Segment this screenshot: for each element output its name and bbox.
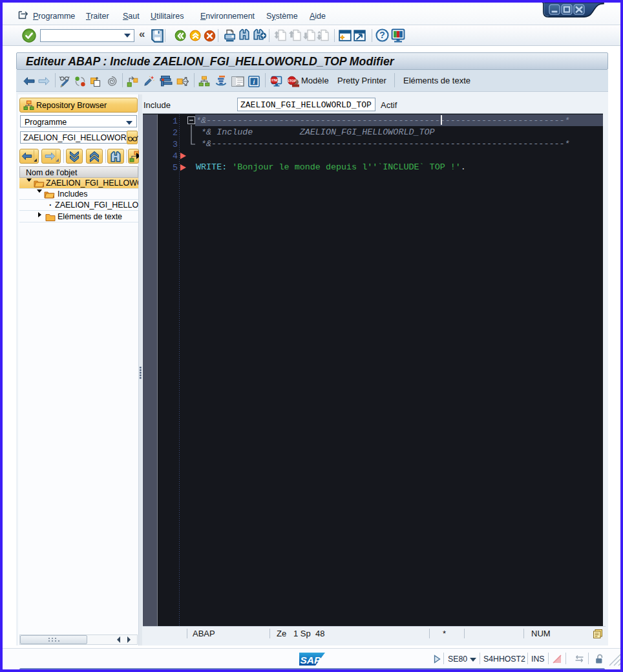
svg-text:STOP: STOP bbox=[287, 79, 297, 83]
svg-text:SYNC: SYNC bbox=[269, 78, 279, 82]
svg-text:SAP: SAP bbox=[301, 655, 322, 666]
svg-text:?: ? bbox=[379, 30, 385, 40]
svg-text:i: i bbox=[253, 78, 255, 85]
